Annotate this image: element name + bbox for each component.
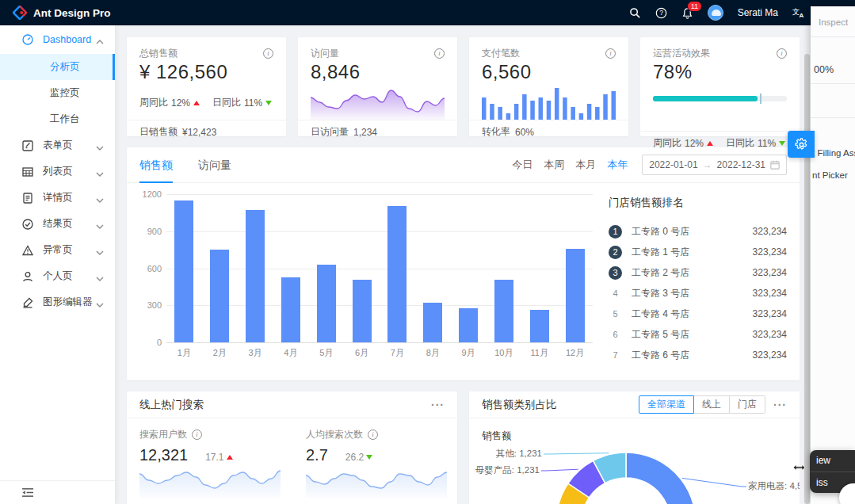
sidebar-item-workbench[interactable]: 工作台 [0,106,115,132]
rank-badge: 5 [609,307,622,321]
info-icon[interactable]: i [434,48,445,59]
filling-assistant-item[interactable]: t Filling Assi [811,148,855,158]
sidebar-item-label: 监控页 [50,86,80,100]
day-trend: 日同比11% [212,96,272,109]
caret-down-icon [265,101,272,105]
user-name[interactable]: Serati Ma [738,7,778,18]
theme-settings-button[interactable] [788,131,815,158]
bar-6月[interactable] [353,280,372,342]
y-axis-tick: 900 [141,227,162,236]
avatar[interactable] [708,5,723,21]
store-sales-value: 323,234 [753,226,787,237]
menu-collapse-icon[interactable] [22,487,34,498]
range-link-today[interactable]: 今日 [512,158,532,172]
info-icon[interactable]: i [605,48,616,59]
notification-bell-icon[interactable]: 11 [681,7,693,19]
sidebar-item-label: 异常页 [43,243,73,257]
store-name: 工专路 6 号店 [632,349,753,362]
notification-badge: 11 [687,1,702,12]
stat-footer: 转化率60% [469,120,628,143]
bar-11月[interactable] [530,310,549,342]
donut-label: 家用电器: 4,544 [748,481,800,491]
sidebar-item-label: 表单页 [43,139,73,152]
more-icon[interactable] [773,399,787,411]
ranking-row: 5工专路 4 号店323,234 [609,304,787,324]
page-scrollbar[interactable] [804,54,810,504]
zoom-level-text: 00% [811,37,855,75]
resize-cursor-icon [793,463,805,474]
channel-store-button[interactable]: 门店 [730,395,765,414]
bar-10月[interactable] [494,280,513,342]
bar-8月[interactable] [423,303,442,342]
tab-sales[interactable]: 销售额 [139,147,173,183]
search-icon[interactable] [629,7,641,19]
range-link-week[interactable]: 本周 [544,158,564,172]
translate-icon[interactable]: 文A [792,7,804,19]
date-end: 2022-12-31 [717,159,765,170]
x-axis-tick: 11月 [528,347,552,359]
y-axis-tick: 1200 [141,189,162,199]
caret-up-icon [707,141,713,146]
category-donut-chart: 其他: 1,231母婴产品: 1,231家用电器: 4,544 [469,443,800,504]
help-icon[interactable]: ? [655,7,667,19]
info-icon[interactable]: i [777,48,787,59]
sidebar-item-monitor[interactable]: 监控页 [0,80,115,106]
store-sales-value: 323,234 [753,267,787,278]
form-icon [22,140,33,151]
donut-label: 其他: 1,231 [496,449,542,458]
week-trend: 周同比12% [139,96,200,109]
sidebar-item-editor[interactable]: 图形编辑器 [0,289,115,315]
element-picker-item[interactable]: nt Picker [811,170,855,180]
sidebar-item-list[interactable]: 列表页 [0,158,115,185]
bar-4月[interactable] [281,277,300,342]
sidebar-item-result[interactable]: 结果页 [0,211,115,237]
stat-title: 总销售额 [139,47,177,60]
sidebar-item-dashboard[interactable]: Dashboard [0,25,115,54]
info-icon[interactable]: i [192,430,202,440]
sidebar-item-analysis[interactable]: 分析页 [0,54,115,80]
sidebar-item-account[interactable]: 个人页 [0,263,115,289]
bar-3月[interactable] [246,210,265,342]
app-logo[interactable]: Ant Design Pro [0,6,111,20]
warning-icon [22,245,33,256]
sales-category-card: 销售额类别占比 全部渠道 线上 门店 销售额 其他: 1,231母婴产品: 1,… [469,391,800,504]
range-link-year[interactable]: 本年 [607,158,628,172]
bar-5月[interactable] [317,265,336,342]
highlight-icon [22,297,33,308]
info-icon[interactable]: i [368,430,378,440]
stat-card-visits: 访问量 i 8,846 日访问量1,234 [298,37,457,136]
stat-footer: 日销售额¥12,423 [127,120,286,143]
rank-badge: 2 [609,246,622,259]
bar-7月[interactable] [387,206,407,342]
channel-online-button[interactable]: 线上 [694,395,730,414]
store-name: 工专路 0 号店 [632,225,753,239]
sidebar-item-profile[interactable]: 详情页 [0,185,115,211]
chevron-down-icon [96,300,102,306]
bar-1月[interactable] [174,200,193,342]
stat-value: ¥ 126,560 [139,61,273,83]
x-axis-tick: 1月 [172,347,196,359]
info-icon[interactable]: i [263,48,273,59]
range-link-month[interactable]: 本月 [575,158,596,172]
avg-search-sparkline [306,464,447,498]
inspect-label[interactable]: Inspect [811,6,855,27]
stat-value: 8,846 [311,61,445,83]
view-button[interactable]: iew [810,450,855,472]
progress-target-tick [760,94,761,104]
tab-visits[interactable]: 访问量 [198,147,231,183]
bar-2月[interactable] [210,250,229,342]
bar-9月[interactable] [459,308,478,342]
more-icon[interactable] [431,399,445,411]
ranking-row: 4工专路 3 号店323,234 [609,283,787,304]
channel-all-button[interactable]: 全部渠道 [639,395,694,414]
sidebar-item-form[interactable]: 表单页 [0,132,115,158]
bar-12月[interactable] [566,249,585,342]
date-range-picker[interactable]: 2022-01-01 → 2022-12-31 [642,155,787,175]
store-name: 工专路 2 号店 [632,266,753,280]
chevron-down-icon [96,169,102,175]
search-users-sparkline [139,464,281,498]
gear-icon [795,138,808,151]
search-users-metric: 搜索用户数 i 12,321 17.1 [139,428,281,500]
sidebar-item-exception[interactable]: 异常页 [0,237,115,263]
stat-title: 访问量 [311,47,339,60]
